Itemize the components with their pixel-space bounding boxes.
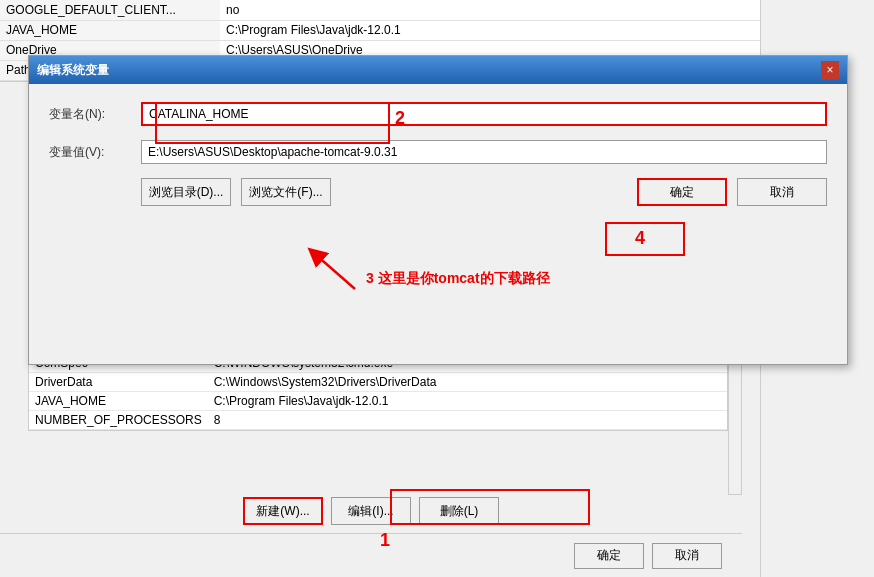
var-name-input[interactable] xyxy=(141,102,827,126)
dialog-title: 编辑系统变量 xyxy=(37,62,109,79)
env-name-cell: DriverData xyxy=(29,372,208,391)
mid-buttons-area: 新建(W)... 编辑(I)... 删除(L) xyxy=(0,489,742,533)
var-name-label: 变量名(N): xyxy=(49,106,129,123)
table-row: GOOGLE_DEFAULT_CLIENT... no xyxy=(0,0,760,20)
dialog-close-button[interactable]: × xyxy=(821,61,839,79)
var-name-row: 变量名(N): xyxy=(49,102,827,126)
var-value-input[interactable] xyxy=(141,140,827,164)
ok-bottom-button[interactable]: 确定 xyxy=(574,543,644,569)
bottom-buttons-area: 确定 取消 xyxy=(0,533,742,577)
var-value-row: 变量值(V): xyxy=(49,140,827,164)
dialog-cancel-button[interactable]: 取消 xyxy=(737,178,827,206)
edit-button[interactable]: 编辑(I)... xyxy=(331,497,411,525)
dialog-body: 变量名(N): 变量值(V): 浏览目录(D)... 浏览文件(F)... 确定… xyxy=(29,84,847,220)
env-name-cell: GOOGLE_DEFAULT_CLIENT... xyxy=(0,0,220,20)
table-row[interactable]: NUMBER_OF_PROCESSORS 8 xyxy=(29,410,727,429)
env-value-cell: C:\Program Files\Java\jdk-12.0.1 xyxy=(220,20,760,40)
table-row: JAVA_HOME C:\Program Files\Java\jdk-12.0… xyxy=(0,20,760,40)
env-name-cell: JAVA_HOME xyxy=(29,391,208,410)
env-value-cell: no xyxy=(220,0,760,20)
table-row[interactable]: DriverData C:\Windows\System32\Drivers\D… xyxy=(29,372,727,391)
browse-file-button[interactable]: 浏览文件(F)... xyxy=(241,178,331,206)
browse-dir-button[interactable]: 浏览目录(D)... xyxy=(141,178,231,206)
new-button[interactable]: 新建(W)... xyxy=(243,497,323,525)
env-value-cell: C:\Windows\System32\Drivers\DriverData xyxy=(208,372,727,391)
env-value-cell: 8 xyxy=(208,410,727,429)
table-row[interactable]: JAVA_HOME C:\Program Files\Java\jdk-12.0… xyxy=(29,391,727,410)
env-value-cell: C:\Program Files\Java\jdk-12.0.1 xyxy=(208,391,727,410)
env-name-cell: JAVA_HOME xyxy=(0,20,220,40)
delete-button[interactable]: 删除(L) xyxy=(419,497,499,525)
browse-buttons-row: 浏览目录(D)... 浏览文件(F)... 确定 取消 xyxy=(141,178,827,206)
cancel-bottom-button[interactable]: 取消 xyxy=(652,543,722,569)
dialog-titlebar: 编辑系统变量 × xyxy=(29,56,847,84)
var-value-label: 变量值(V): xyxy=(49,144,129,161)
dialog-ok-button[interactable]: 确定 xyxy=(637,178,727,206)
edit-system-var-dialog: 编辑系统变量 × 变量名(N): 变量值(V): 浏览目录(D)... 浏览文件… xyxy=(28,55,848,365)
env-name-cell: NUMBER_OF_PROCESSORS xyxy=(29,410,208,429)
